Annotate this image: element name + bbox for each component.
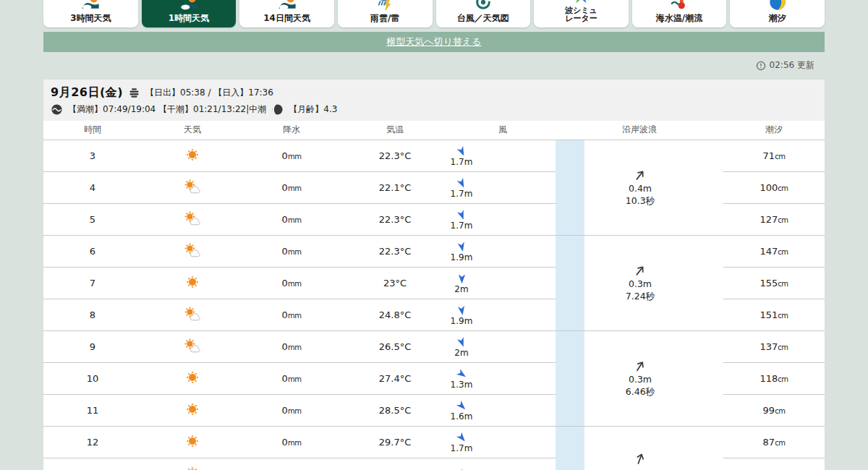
weather-cell [142, 299, 243, 330]
moon-age: 【月齢】4.3 [289, 103, 337, 116]
hour-cell: 11 [43, 394, 142, 426]
weather-icon [81, 0, 100, 12]
wave-direction-arrow-icon [633, 451, 647, 466]
tab-sea-temp-tidal-current[interactable]: 海水温/潮流 [632, 0, 727, 27]
wind-cell: 1.7m [450, 426, 556, 458]
table-row: 9 0mm26.5°C 2m 0.3m 6.46秒137cm [43, 330, 825, 362]
wind-speed: 1.7m [451, 158, 473, 166]
tab-tide[interactable]: 潮汐 [730, 0, 825, 27]
wind-direction-arrow-icon [456, 177, 468, 189]
tab-1hour-weather[interactable]: 1時間天気 [142, 0, 237, 27]
wind-direction-arrow-icon [456, 273, 468, 285]
wave-column-band [556, 235, 584, 330]
hour-cell: 3 [43, 140, 142, 171]
tab-3hour-weather[interactable]: 3時間天気 [43, 0, 138, 27]
tide-times: 【満潮】07:49/19:04 【干潮】01:21/13:22|中潮 [68, 103, 266, 116]
switch-bar: 横型天気へ切り替える [43, 32, 825, 52]
temp-cell: 23°C [340, 267, 450, 299]
temp-cell: 28.5°C [340, 394, 450, 426]
weather-cell [142, 235, 243, 267]
tab-typhoon-weather-map[interactable]: 台風／天気図 [436, 0, 531, 27]
temp-cell: 29.7°C [340, 426, 450, 458]
weather-sunny-icon [184, 146, 201, 163]
weather-sun-cloud-icon [183, 337, 203, 354]
wind-direction-arrow-icon [456, 336, 468, 349]
temp-cell: 22.3°C [340, 203, 450, 235]
tab-wave-simulator[interactable]: 波シミュレーター [534, 0, 629, 27]
wind-speed: 1.7m [451, 221, 473, 230]
precip-cell: 0mm [243, 140, 340, 171]
tide-cell: 127cm [723, 203, 825, 235]
weather-sun-cloud-icon [183, 305, 203, 322]
wind-cell: 1.3m [450, 362, 556, 394]
wave-direction-arrow-icon [633, 359, 647, 374]
wind-cell: 1.7m [450, 171, 556, 203]
hour-cell: 9 [43, 330, 142, 362]
tab-label: 台風／天気図 [457, 14, 509, 22]
precip-cell: 0mm [243, 458, 340, 470]
update-time-row: 02:56 更新 [43, 52, 825, 80]
weather-cell [142, 140, 243, 171]
column-header: 降水 [243, 121, 340, 140]
wave-sim-icon [571, 0, 590, 4]
hour-cell: 10 [43, 362, 142, 394]
weather-cell [142, 362, 243, 394]
wave-column-band [556, 140, 584, 235]
precip-cell: 0mm [243, 299, 340, 330]
precip-cell: 0mm [243, 235, 340, 267]
weather-cell [142, 203, 243, 235]
info-icon [756, 61, 766, 71]
wave-height: 0.3m [629, 374, 652, 385]
wave-cell: 0.4m 10.3秒 [584, 140, 723, 235]
tide-cell: 147cm [723, 235, 825, 267]
sunrise-sunset-times: 【日出】05:38 / 【日入】17:36 [145, 87, 273, 99]
wave-cell [584, 426, 723, 470]
wind-cell: 2m [450, 330, 556, 362]
weather-sun-cloud-icon [183, 178, 203, 195]
table-row: 30mm22.3°C 1.7m 0.4m 10.3秒71cm [43, 140, 825, 171]
column-header: 風 [450, 121, 556, 140]
tide-cell: 100cm [723, 171, 825, 203]
weather-icon [278, 0, 297, 12]
wave-cell: 0.3m 6.46秒 [584, 330, 723, 426]
temp-cell: 29.9°C [340, 458, 450, 470]
temp-cell: 22.3°C [340, 140, 450, 171]
wave-direction-arrow-icon [633, 263, 647, 278]
tide-cell: 71cm [723, 140, 825, 171]
table-row: 6 0mm22.3°C 1.9m 0.3m 7.24秒147cm [43, 235, 825, 267]
tide-cell: 87cm [723, 426, 825, 458]
tide-cell: 118cm [723, 362, 825, 394]
column-header: 気温 [340, 121, 450, 140]
tide-icon [768, 0, 787, 12]
wind-cell: 1.6m [450, 394, 556, 426]
temp-cell: 27.4°C [340, 362, 450, 394]
wind-cell: 1.7m [450, 203, 556, 235]
weather-sunny-icon [184, 432, 201, 450]
date-label: 9月26日(金) [51, 85, 123, 101]
wind-cell: 1.9m [450, 235, 556, 267]
wind-direction-arrow-icon [456, 400, 468, 412]
temp-cell: 26.5°C [340, 330, 450, 362]
weather-sunny-icon [184, 369, 201, 386]
switch-to-horizontal-link[interactable]: 横型天気へ切り替える [386, 35, 481, 48]
weather-cell [142, 171, 243, 203]
wind-cell: 1.7m [450, 140, 556, 171]
temp-cell: 22.1°C [340, 171, 450, 203]
tab-label: 雨雲/雷 [370, 14, 399, 22]
weather-sun-cloud-icon [183, 242, 203, 259]
column-header: 潮汐 [723, 121, 825, 140]
tab-label: 1時間天気 [169, 14, 209, 22]
column-header: 時間 [43, 121, 142, 140]
table-row: 120mm29.7°C 1.7m 87cm [43, 426, 825, 458]
tab-rain-cloud-thunder[interactable]: 雨雲/雷 [338, 0, 433, 27]
wind-speed: 2m [454, 285, 468, 294]
wind-direction-arrow-icon [456, 368, 468, 380]
weather-cell [142, 458, 243, 470]
wave-height: 0.4m [629, 183, 652, 195]
wind-direction-arrow-icon [456, 432, 468, 444]
tab-label-line2: レーター [565, 14, 597, 22]
update-time: 02:56 更新 [770, 59, 814, 72]
wind-speed: 2m [454, 349, 468, 357]
tab-14day-weather[interactable]: 14日間天気 [239, 0, 334, 27]
wind-cell: 1.9m [450, 299, 556, 330]
